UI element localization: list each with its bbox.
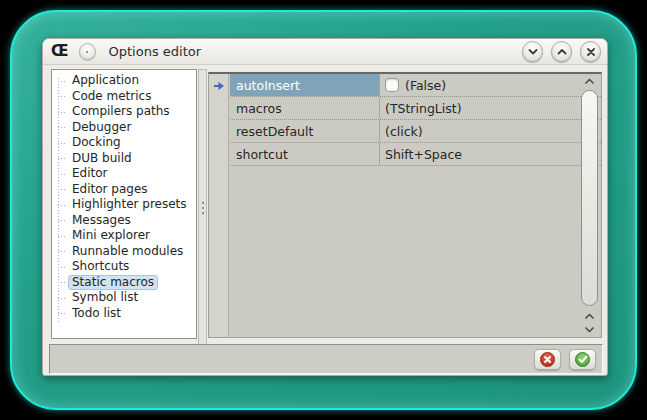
tree-item-label: Symbol list [68, 290, 142, 305]
property-grid-rows: autoInsert(False)macros(TStringList)rese… [230, 74, 601, 166]
cancel-button[interactable] [534, 349, 561, 370]
tree-item-label: Highlighter presets [68, 197, 191, 212]
scroll-up-button-bottom[interactable] [580, 311, 599, 323]
property-name: resetDefault [230, 120, 380, 142]
property-name: autoInsert [230, 74, 380, 96]
screenshot-stage: Œ Options editor [0, 0, 647, 420]
tree-item-editor-pages[interactable]: Editor pages [52, 182, 196, 198]
tree-branch-line [58, 174, 67, 175]
accept-button[interactable] [569, 349, 596, 370]
tree-branch-line [58, 81, 67, 82]
tree-branch-line [58, 282, 67, 283]
tree-item-label: Editor [68, 166, 112, 181]
minimize-button[interactable] [522, 41, 543, 62]
tree-branch-line [58, 143, 67, 144]
chevron-down-icon [584, 325, 595, 333]
blue-arrow-icon [213, 81, 225, 91]
property-value[interactable]: (False) [380, 74, 601, 96]
tree-branch-line [58, 267, 67, 268]
tree-item-shortcuts[interactable]: Shortcuts [52, 259, 196, 275]
tree-item-label: Runnable modules [68, 244, 187, 259]
tree-branch-line [58, 313, 67, 314]
tree-branch-line [58, 189, 67, 190]
property-row-macros[interactable]: macros(TStringList) [230, 97, 601, 120]
tree-item-label: Static macros [68, 275, 158, 290]
tree-item-label: Todo list [68, 306, 125, 321]
scroll-up-button[interactable] [580, 76, 599, 88]
tree-branch-line [58, 127, 67, 128]
tree-branch-line [58, 236, 67, 237]
property-value-text: (TStringList) [385, 101, 462, 116]
scrollbar-thumb[interactable] [581, 90, 598, 306]
tree-item-messages[interactable]: Messages [52, 213, 196, 229]
titlebar[interactable]: Œ Options editor [43, 39, 607, 65]
chevron-down-icon [527, 46, 539, 58]
property-grid[interactable]: autoInsert(False)macros(TStringList)rese… [208, 72, 602, 338]
property-value[interactable]: Shift+Space [380, 143, 601, 165]
tree-item-label: Editor pages [68, 182, 152, 197]
property-value[interactable]: (click) [380, 120, 601, 142]
tree-branch-line [58, 251, 67, 252]
titlebar-buttons [522, 41, 601, 62]
tree-branch-line [58, 205, 67, 206]
window-menu-button[interactable] [79, 43, 96, 60]
tree-item-label: Docking [68, 135, 125, 150]
scroll-down-button[interactable] [580, 323, 599, 335]
options-editor-window: Œ Options editor [42, 38, 608, 376]
tree-branch-line [58, 220, 67, 221]
tree-item-dub-build[interactable]: DUB build [52, 151, 196, 167]
property-value[interactable]: (TStringList) [380, 97, 601, 119]
window-title: Options editor [109, 44, 202, 59]
tree-branch-line [58, 112, 67, 113]
close-icon [585, 46, 597, 58]
tree-item-label: Code metrics [68, 89, 155, 104]
property-row-resetdefault[interactable]: resetDefault(click) [230, 120, 601, 143]
tree-item-label: Shortcuts [68, 259, 133, 274]
tree-item-label: Compilers paths [68, 104, 174, 119]
tree-item-application[interactable]: Application [52, 73, 196, 89]
tree-item-symbol-list[interactable]: Symbol list [52, 290, 196, 306]
vertical-scrollbar[interactable] [580, 76, 599, 335]
chevron-up-icon [556, 46, 568, 58]
panel-splitter[interactable] [198, 69, 207, 345]
property-value-text: (click) [385, 124, 423, 139]
property-value-text: (False) [405, 78, 446, 93]
red-cross-icon [540, 352, 555, 367]
property-name: macros [230, 97, 380, 119]
checkbox-unchecked-icon[interactable] [385, 78, 399, 92]
options-category-tree[interactable]: ApplicationCode metricsCompilers pathsDe… [51, 69, 197, 339]
tree-list: ApplicationCode metricsCompilers pathsDe… [52, 73, 196, 321]
tree-item-compilers-paths[interactable]: Compilers paths [52, 104, 196, 120]
tree-item-label: Debugger [68, 120, 135, 135]
tree-item-static-macros[interactable]: Static macros [52, 275, 196, 291]
tree-item-editor[interactable]: Editor [52, 166, 196, 182]
maximize-button[interactable] [551, 41, 572, 62]
tree-item-label: Messages [68, 213, 135, 228]
tree-item-todo-list[interactable]: Todo list [52, 306, 196, 322]
tree-branch-line [58, 158, 67, 159]
tree-branch-line [58, 96, 67, 97]
property-row-autoinsert[interactable]: autoInsert(False) [230, 74, 601, 97]
splitter-grip-icon [202, 202, 204, 215]
tree-item-label: DUB build [68, 151, 136, 166]
tree-branch-line [58, 298, 67, 299]
footer-bar [49, 344, 603, 374]
tree-item-highlighter-presets[interactable]: Highlighter presets [52, 197, 196, 213]
tree-item-label: Application [68, 73, 143, 88]
tree-item-debugger[interactable]: Debugger [52, 120, 196, 136]
tree-item-label: Mini explorer [68, 228, 154, 243]
tree-item-code-metrics[interactable]: Code metrics [52, 89, 196, 105]
tree-item-runnable-modules[interactable]: Runnable modules [52, 244, 196, 260]
tree-item-docking[interactable]: Docking [52, 135, 196, 151]
property-value-text: Shift+Space [385, 147, 462, 162]
property-name: shortcut [230, 143, 380, 165]
tree-item-mini-explorer[interactable]: Mini explorer [52, 228, 196, 244]
green-check-icon [575, 352, 590, 367]
close-button[interactable] [580, 41, 601, 62]
coedit-logo-icon: Œ [51, 44, 69, 59]
chevron-up-icon [584, 78, 595, 86]
property-grid-gutter [209, 74, 229, 337]
property-row-shortcut[interactable]: shortcutShift+Space [230, 143, 601, 166]
chevron-up-icon [584, 313, 595, 321]
